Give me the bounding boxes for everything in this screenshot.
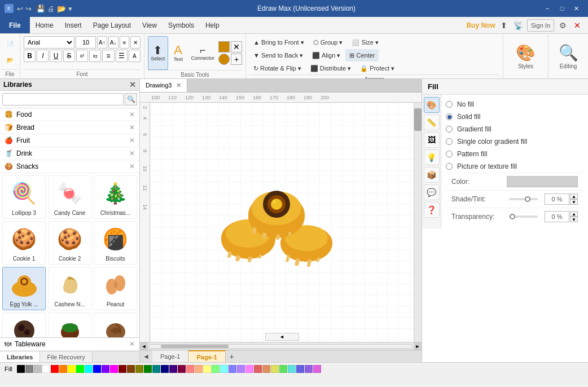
fill-help-icon[interactable]: ❓ (424, 202, 440, 218)
shape-cross[interactable]: ✕ (231, 41, 242, 52)
pattern-fill-radio[interactable] (446, 151, 453, 157)
palette-color-00FF00[interactable] (76, 365, 84, 373)
palette-color-C0C0C0[interactable] (34, 365, 42, 373)
shape-circle[interactable] (218, 54, 230, 65)
lib-item-christmas[interactable]: 🎄 Christmas... (94, 175, 137, 219)
canvas-content[interactable]: ◄ (150, 103, 414, 342)
scroll-thumb-v[interactable] (414, 108, 422, 131)
lib-search-btn[interactable]: 🔍 (125, 93, 137, 105)
category-tableware[interactable]: 🍽 Tableware ✕ (0, 337, 139, 351)
palette-color-000080[interactable] (161, 365, 169, 373)
lib-search-input[interactable] (2, 93, 124, 105)
minimize-btn[interactable]: − (541, 3, 554, 14)
transparency-slider[interactable] (509, 216, 538, 218)
lib-item-walnuts[interactable]: Walnuts (94, 313, 137, 337)
gradient-fill-radio[interactable] (446, 126, 453, 133)
bread-close[interactable]: ✕ (129, 124, 135, 131)
palette-color-0000FF[interactable] (93, 365, 101, 373)
canvas-scroll-v[interactable] (414, 103, 422, 342)
palette-color-00FFFF[interactable] (85, 365, 93, 373)
palette-color-80FFFF[interactable] (220, 365, 228, 373)
palette-color-6060E0[interactable] (296, 365, 304, 373)
lib-item-chestnuts[interactable]: Chestnuts (48, 313, 91, 337)
ribbon-open-btn[interactable]: 📂 (2, 54, 18, 67)
symbols-menu[interactable]: Symbols (163, 17, 200, 33)
palette-color-800040[interactable] (178, 365, 186, 373)
category-drink[interactable]: 🥤 Drink ✕ (0, 147, 139, 160)
save-icon[interactable]: 💾 (36, 5, 45, 13)
canvas-tab-close[interactable]: ✕ (176, 82, 181, 89)
close-btn[interactable]: ✕ (570, 3, 583, 14)
palette-color-808080[interactable] (25, 365, 33, 373)
font-clear-btn[interactable]: ✕ (130, 36, 141, 49)
maximize-btn[interactable]: □ (555, 3, 569, 14)
print-icon[interactable]: 🖨 (47, 5, 55, 13)
fill-text-icon[interactable]: 💬 (424, 184, 440, 200)
home-menu[interactable]: Home (30, 17, 59, 33)
color-swatch[interactable] (507, 176, 578, 187)
shade-tint-slider[interactable] (509, 198, 538, 200)
ribbon-new-btn[interactable]: 📄 (2, 38, 18, 51)
lib-item-cookie1[interactable]: 🍪 Cookie 1 (2, 221, 46, 265)
align-btn[interactable]: ⬛ Align ▾ (308, 49, 344, 61)
palette-color-80FF80[interactable] (212, 365, 220, 373)
page-layout-menu[interactable]: Page Layout (87, 17, 137, 33)
scroll-thumb-h[interactable] (161, 345, 229, 348)
tableware-close[interactable]: ✕ (129, 340, 135, 348)
solid-fill-radio[interactable] (446, 113, 453, 120)
palette-color-FF00FF[interactable] (110, 365, 118, 373)
canvas-tab-drawing3[interactable]: Drawing3 ✕ (140, 79, 187, 92)
lib-item-biscuits[interactable]: 🍘 Biscuits (94, 221, 137, 265)
fill-option-solid[interactable]: Solid fill (446, 111, 583, 123)
food-close[interactable]: ✕ (129, 111, 135, 118)
size-btn[interactable]: ⬜ Size ▾ (348, 36, 383, 49)
palette-color-8000FF[interactable] (102, 365, 109, 373)
category-fruit[interactable]: 🍎 Fruit ✕ (0, 134, 139, 147)
palette-color-FFFF00[interactable] (68, 365, 76, 373)
close-help-icon[interactable]: ✕ (571, 19, 583, 32)
open-icon[interactable]: 📂 (57, 5, 66, 13)
palette-color-60E060[interactable] (279, 365, 287, 373)
protect-btn[interactable]: 🔒 Protect ▾ (356, 62, 398, 74)
underline-btn[interactable]: U (50, 50, 62, 62)
drink-close[interactable]: ✕ (129, 149, 135, 157)
italic-btn[interactable]: I (37, 50, 49, 62)
palette-color-E060E0[interactable] (313, 365, 321, 373)
center-btn[interactable]: ⊞ Center (345, 49, 379, 61)
line-spacing-btn[interactable]: ≡ (102, 50, 114, 62)
single-gradient-radio[interactable] (446, 138, 453, 145)
bring-front-btn[interactable]: ▲ Bring to Front ▾ (249, 36, 308, 49)
page-tab-1[interactable]: Page-1 (152, 350, 188, 362)
palette-color-FFFFFF[interactable] (42, 365, 50, 373)
palette-color-FFB080[interactable] (195, 365, 203, 373)
fill-shadow-icon[interactable]: 💡 (424, 149, 440, 165)
share-icon[interactable]: ⬆ (498, 19, 510, 32)
transparency-down-btn[interactable]: ▼ (570, 217, 578, 222)
lib-item-eggyolk[interactable]: Egg Yolk ... (2, 267, 46, 310)
category-bread[interactable]: 🍞 Bread ✕ (0, 121, 139, 134)
palette-color-804000[interactable] (127, 365, 135, 373)
fill-effect-icon[interactable]: 🖼 (424, 132, 440, 148)
palette-color-60E0E0[interactable] (288, 365, 296, 373)
fill-option-none[interactable]: No fill (446, 98, 583, 111)
palette-color-008000[interactable] (144, 365, 152, 373)
lib-item-macadam[interactable]: Macadam... (2, 313, 46, 337)
scroll-h-left[interactable]: ◄ (140, 342, 148, 350)
palette-color-808000[interactable] (135, 365, 143, 373)
palette-color-8080FF[interactable] (229, 365, 236, 373)
shade-up-btn[interactable]: ▲ (570, 194, 578, 199)
view-menu[interactable]: View (137, 17, 163, 33)
shape-plus[interactable]: + (231, 54, 242, 65)
palette-color-FFFF80[interactable] (203, 365, 211, 373)
file-menu[interactable]: File (0, 17, 30, 33)
redo-icon[interactable]: ↪ (25, 5, 32, 13)
fill-paint-icon[interactable]: 🎨 (424, 97, 440, 113)
undo-icon[interactable]: ↩ (17, 5, 23, 13)
text-btn[interactable]: A Text (169, 36, 187, 70)
lib-item-lollipop3[interactable]: 🍭 Lollipop 3 (2, 175, 46, 219)
palette-color-E0E060[interactable] (271, 365, 279, 373)
select-btn[interactable]: ⬆ Select (148, 36, 168, 70)
font-size-input[interactable] (76, 36, 96, 49)
palette-color-000000[interactable] (17, 365, 25, 373)
font-shrink-btn[interactable]: A↓ (108, 36, 119, 49)
